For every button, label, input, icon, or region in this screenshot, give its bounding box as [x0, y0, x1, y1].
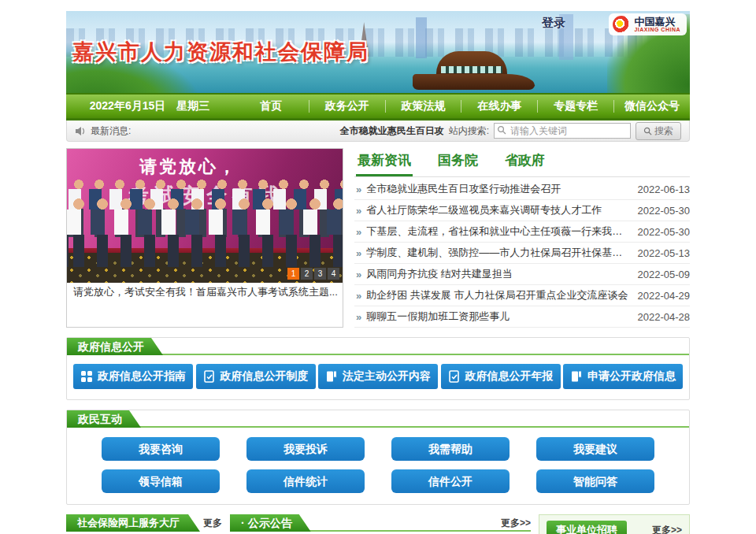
site-search-label: 站内搜索: — [449, 124, 489, 138]
doc-check-icon — [448, 370, 461, 383]
carousel-caption[interactable]: 请党放心，考试安全有我！首届嘉兴市人事考试系统主题... — [67, 283, 343, 301]
notices-more-link[interactable]: 更多>> — [501, 517, 531, 530]
news-date: 2022-05-30 — [638, 205, 691, 217]
arrow-marker-icon: » — [356, 226, 361, 238]
tab-state-council[interactable]: 国务院 — [436, 150, 480, 176]
search-input[interactable] — [494, 123, 631, 139]
pager-page-4[interactable]: 4 — [328, 268, 339, 280]
search-area: 全市稳就业惠民生百日攻 站内搜索: 搜索 — [340, 122, 681, 140]
search-button-label: 搜索 — [654, 124, 673, 138]
boat-windows — [441, 66, 502, 73]
nav-item-home[interactable]: 首页 — [233, 99, 309, 113]
boat-canopy — [436, 51, 507, 76]
page: 嘉兴市人力资源和社会保障局 登录 中国嘉兴 JIAXING CHINA 2022… — [66, 0, 690, 534]
btn-info-system[interactable]: 政府信息公开制度 — [196, 364, 316, 389]
news-row[interactable]: » 下基层、走流程，省社保和就业中心主任项薇一行来我市调研“国统”上线情况 20… — [354, 221, 690, 243]
social-insurance-hall: 社会保险网上服务大厅 更多 个人(单位)社保证明打印 办事指南 — [66, 514, 222, 534]
section-interaction: 政民互动 我要咨询 我要投诉 我需帮助 我要建议 领导信箱 信件统计 信件公开 … — [66, 410, 690, 505]
news-title: 聊聊五一假期加班工资那些事儿 — [366, 310, 628, 324]
main-navbar: 2022年6月15日 星期三 首页 政务公开 政策法规 在线办事 专题专栏 微信… — [66, 93, 690, 121]
pager-page-1[interactable]: 1 — [287, 268, 299, 280]
nav-date: 2022年6月15日 星期三 — [66, 99, 233, 113]
tab-latest-news[interactable]: 最新资讯 — [356, 150, 413, 176]
public-notices: · 公示公告 更多>> » 关于设立嘉善技工学校的公示 2022-05-18 »… — [230, 514, 531, 534]
section-title-flag: 政府信息公开 — [67, 338, 163, 355]
news-row[interactable]: » 风雨同舟齐抗疫 结对共建显担当 2022-05-09 — [354, 264, 690, 285]
button-label: 申请公开政府信息 — [587, 369, 676, 384]
btn-letter-stats[interactable]: 信件统计 — [246, 469, 365, 493]
arrow-marker-icon: » — [356, 247, 361, 259]
news-date: 2022-05-30 — [638, 226, 691, 238]
news-date: 2022-06-13 — [638, 184, 691, 195]
news-date: 2022-05-09 — [638, 269, 691, 280]
notices-title: 公示公告 — [248, 514, 292, 532]
interaction-row-1: 我要咨询 我要投诉 我需帮助 我要建议 — [102, 437, 654, 461]
news-title: 下基层、走流程，省社保和就业中心主任项薇一行来我市调研“国统”上线情况 — [366, 224, 628, 239]
btn-smart-qa[interactable]: 智能问答 — [536, 469, 654, 493]
news-list: » 全市稳就业惠民生百日攻坚行动推进会召开 2022-06-13 » 省人社厅陈… — [354, 179, 690, 328]
nav-item-special[interactable]: 专题专栏 — [538, 99, 613, 113]
arrow-marker-icon: » — [356, 269, 361, 280]
pager-page-2[interactable]: 2 — [301, 268, 313, 280]
btn-request-disclosure[interactable]: 申请公开政府信息 — [563, 364, 683, 389]
bullet-icon: · — [241, 514, 245, 532]
news-tabs: 最新资讯 国务院 省政府 — [354, 148, 690, 177]
section-head: 政府信息公开 — [67, 338, 689, 355]
news-row[interactable]: » 助企纾困 共谋发展 市人力社保局召开重点企业交流座谈会 2022-04-29 — [354, 285, 690, 306]
social-hall-more-link[interactable]: 更多 — [203, 517, 222, 530]
info-public-buttons: 政府信息公开指南 政府信息公开制度 法定主动公开内容 政府信息公开年报 — [67, 355, 689, 399]
arrow-marker-icon: » — [356, 205, 361, 217]
jiaxing-logo-icon — [613, 16, 630, 33]
btn-need-help[interactable]: 我需帮助 — [391, 437, 510, 461]
book-icon — [570, 370, 583, 383]
social-hall-head: 社会保险网上服务大厅 更多 — [66, 514, 222, 532]
btn-suggest[interactable]: 我要建议 — [536, 437, 654, 461]
news-title: 全市稳就业惠民生百日攻坚行动推进会召开 — [366, 182, 628, 196]
news-row[interactable]: » 全市稳就业惠民生百日攻坚行动推进会召开 2022-06-13 — [354, 179, 690, 200]
jiaxing-logo[interactable]: 中国嘉兴 JIAXING CHINA — [609, 13, 687, 35]
grid-icon — [80, 370, 93, 383]
news-title: 助企纾困 共谋发展 市人力社保局召开重点企业交流座谈会 — [366, 288, 628, 302]
news-row[interactable]: » 学制度、建机制、强防控——市人力社保局召开社保基金要情专题学习会 2022-… — [354, 243, 690, 264]
site-title: 嘉兴市人力资源和社会保障局 — [72, 38, 369, 66]
nav-item-gov-public[interactable]: 政务公开 — [309, 99, 385, 113]
ticker-label: 最新消息: — [91, 124, 131, 138]
btn-legal-disclosure[interactable]: 法定主动公开内容 — [318, 364, 438, 389]
btn-annual-report[interactable]: 政府信息公开年报 — [441, 364, 561, 389]
search-button-magnifier-icon — [643, 127, 652, 135]
arrow-marker-icon: » — [356, 311, 361, 323]
nav-item-online[interactable]: 在线办事 — [461, 99, 537, 113]
campaign-text: 全市稳就业惠民生百日攻 — [340, 124, 444, 138]
btn-leader-mailbox[interactable]: 领导信箱 — [102, 469, 220, 493]
magnifier-icon — [497, 125, 506, 135]
arrow-marker-icon: » — [356, 290, 361, 302]
arrow-marker-icon: » — [356, 184, 361, 195]
news-title: 风雨同舟齐抗疫 结对共建显担当 — [366, 267, 628, 281]
pager-page-3[interactable]: 3 — [314, 268, 326, 280]
btn-consult[interactable]: 我要咨询 — [102, 437, 220, 461]
site-banner: 嘉兴市人力资源和社会保障局 登录 中国嘉兴 JIAXING CHINA — [66, 11, 690, 93]
recruitment-more-link[interactable]: 更多>> — [652, 524, 682, 534]
btn-complain[interactable]: 我要投诉 — [246, 437, 365, 461]
news-row[interactable]: » 省人社厅陈荣华二级巡视员来嘉兴调研专技人才工作 2022-05-30 — [354, 200, 690, 221]
photo-people-front-row — [67, 198, 343, 267]
news-date: 2022-05-13 — [638, 247, 691, 259]
btn-info-guide[interactable]: 政府信息公开指南 — [73, 364, 193, 389]
speaker-icon — [75, 126, 86, 136]
tab-provincial-gov[interactable]: 省政府 — [503, 150, 547, 176]
carousel-photo[interactable]: 请党放心， 考试安全有我 1 2 3 4 — [67, 149, 343, 283]
nav-item-wechat[interactable]: 微信公众号 — [614, 99, 690, 113]
nav-item-policy[interactable]: 政策法规 — [386, 99, 461, 113]
recruitment-title-badge[interactable]: 事业单位招聘 — [547, 521, 627, 534]
btn-letter-public[interactable]: 信件公开 — [391, 469, 510, 493]
section-head: 政民互动 — [67, 410, 689, 428]
login-link[interactable]: 登录 — [542, 16, 565, 31]
main-content-row: 请党放心， 考试安全有我 1 2 3 4 请党放心，考试安全有我！首届嘉兴市人事… — [66, 148, 690, 328]
news-row[interactable]: » 聊聊五一假期加班工资那些事儿 2022-04-28 — [354, 306, 690, 328]
section-title-flag: 政民互动 — [67, 410, 141, 428]
button-label: 政府信息公开指南 — [98, 369, 186, 384]
section-gov-info-public: 政府信息公开 政府信息公开指南 政府信息公开制度 法定主动公开内容 — [66, 337, 690, 400]
nav-items: 首页 政务公开 政策法规 在线办事 专题专栏 微信公众号 — [233, 99, 690, 113]
search-button[interactable]: 搜索 — [636, 122, 681, 140]
book-icon — [325, 370, 338, 383]
